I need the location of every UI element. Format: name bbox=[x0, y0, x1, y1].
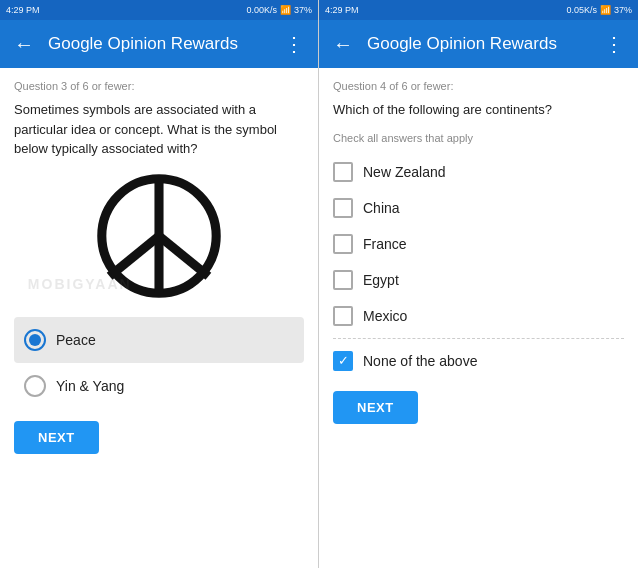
left-time: 4:29 PM bbox=[6, 5, 40, 15]
option-none-above[interactable]: ✓ None of the above bbox=[333, 343, 624, 379]
right-panel: 4:29 PM 0.05K/s 📶 37% ← Google Opinion R… bbox=[319, 0, 638, 568]
right-question-text: Which of the following are continents? bbox=[333, 100, 624, 120]
peace-symbol-image bbox=[94, 171, 224, 301]
left-question-text: Sometimes symbols are associated with a … bbox=[14, 100, 304, 159]
label-france: France bbox=[363, 236, 407, 252]
right-app-bar: ← Google Opinion Rewards ⋮ bbox=[319, 20, 638, 68]
left-menu-button[interactable]: ⋮ bbox=[278, 28, 310, 60]
options-divider bbox=[333, 338, 624, 339]
right-next-button[interactable]: NEXT bbox=[333, 391, 418, 424]
right-time: 4:29 PM bbox=[325, 5, 359, 15]
left-status-bar: 4:29 PM 0.00K/s 📶 37% bbox=[0, 0, 318, 20]
checkbox-france bbox=[333, 234, 353, 254]
checkbox-mexico bbox=[333, 306, 353, 326]
left-speed: 0.00K/s bbox=[246, 5, 277, 15]
right-battery: 37% bbox=[614, 5, 632, 15]
option-yin-yang-label: Yin & Yang bbox=[56, 378, 124, 394]
left-app-title: Google Opinion Rewards bbox=[48, 34, 270, 54]
right-back-button[interactable]: ← bbox=[327, 28, 359, 60]
right-speed: 0.05K/s bbox=[566, 5, 597, 15]
right-menu-button[interactable]: ⋮ bbox=[598, 28, 630, 60]
svg-line-2 bbox=[110, 236, 159, 276]
left-question-label: Question 3 of 6 or fewer: bbox=[14, 80, 304, 92]
label-china: China bbox=[363, 200, 400, 216]
checkmark-icon: ✓ bbox=[338, 354, 349, 367]
left-content: Question 3 of 6 or fewer: Sometimes symb… bbox=[0, 68, 318, 568]
left-app-bar: ← Google Opinion Rewards ⋮ bbox=[0, 20, 318, 68]
radio-peace-inner bbox=[29, 334, 41, 346]
left-back-button[interactable]: ← bbox=[8, 28, 40, 60]
svg-line-3 bbox=[159, 236, 208, 276]
option-france[interactable]: France bbox=[333, 226, 624, 262]
right-check-instruction: Check all answers that apply bbox=[333, 132, 624, 144]
left-status-left: 4:29 PM bbox=[6, 5, 40, 15]
right-status-bar: 4:29 PM 0.05K/s 📶 37% bbox=[319, 0, 638, 20]
label-new-zealand: New Zealand bbox=[363, 164, 446, 180]
label-egypt: Egypt bbox=[363, 272, 399, 288]
label-none-above: None of the above bbox=[363, 353, 477, 369]
right-content: Question 4 of 6 or fewer: Which of the f… bbox=[319, 68, 638, 568]
left-options-list: Peace Yin & Yang bbox=[14, 317, 304, 409]
option-china[interactable]: China bbox=[333, 190, 624, 226]
right-question-label: Question 4 of 6 or fewer: bbox=[333, 80, 624, 92]
left-next-button[interactable]: NEXT bbox=[14, 421, 99, 454]
option-mexico[interactable]: Mexico bbox=[333, 298, 624, 334]
right-options-list: New Zealand China France Egypt Mexico bbox=[333, 154, 624, 379]
checkbox-new-zealand bbox=[333, 162, 353, 182]
right-status-right: 0.05K/s 📶 37% bbox=[566, 5, 632, 15]
checkbox-egypt bbox=[333, 270, 353, 290]
checkbox-none-above: ✓ bbox=[333, 351, 353, 371]
right-status-left: 4:29 PM bbox=[325, 5, 359, 15]
symbol-container bbox=[14, 171, 304, 301]
left-phone: 4:29 PM 0.00K/s 📶 37% ← Google Opinion R… bbox=[0, 0, 319, 568]
left-panel: 4:29 PM 0.00K/s 📶 37% ← Google Opinion R… bbox=[0, 0, 319, 568]
option-egypt[interactable]: Egypt bbox=[333, 262, 624, 298]
radio-peace bbox=[24, 329, 46, 351]
option-peace[interactable]: Peace bbox=[14, 317, 304, 363]
label-mexico: Mexico bbox=[363, 308, 407, 324]
left-wifi-icon: 📶 bbox=[280, 5, 291, 15]
radio-yin-yang bbox=[24, 375, 46, 397]
right-app-title: Google Opinion Rewards bbox=[367, 34, 590, 54]
checkbox-china bbox=[333, 198, 353, 218]
option-yin-yang[interactable]: Yin & Yang bbox=[14, 363, 304, 409]
left-status-right: 0.00K/s 📶 37% bbox=[246, 5, 312, 15]
option-peace-label: Peace bbox=[56, 332, 96, 348]
option-new-zealand[interactable]: New Zealand bbox=[333, 154, 624, 190]
left-battery: 37% bbox=[294, 5, 312, 15]
right-wifi-icon: 📶 bbox=[600, 5, 611, 15]
